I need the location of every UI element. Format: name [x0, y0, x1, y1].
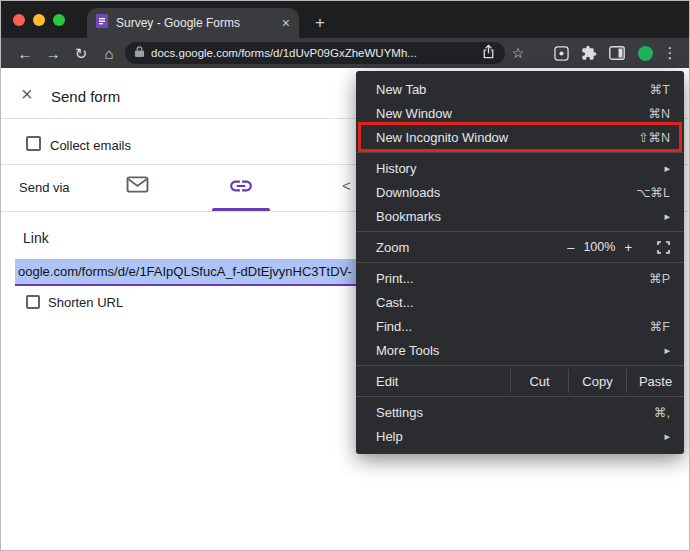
menu-item-new-tab[interactable]: New Tab ⌘T — [356, 77, 684, 101]
close-window-button[interactable] — [13, 14, 25, 26]
menu-separator — [356, 152, 684, 153]
lock-icon[interactable] — [134, 44, 145, 62]
menu-item-zoom: Zoom – 100% + — [356, 235, 684, 259]
home-icon[interactable]: ⌂ — [95, 46, 123, 61]
zoom-window-button[interactable] — [53, 14, 65, 26]
zoom-out-button[interactable]: – — [558, 240, 583, 255]
submenu-arrow-icon: ▸ — [664, 430, 670, 443]
submenu-arrow-icon: ▸ — [664, 344, 670, 357]
menu-separator — [356, 231, 684, 232]
edit-paste-button[interactable]: Paste — [626, 369, 684, 393]
fullscreen-icon[interactable] — [657, 241, 670, 254]
bookmark-star-icon[interactable]: ☆ — [505, 45, 531, 61]
shortcut: ⌘P — [649, 271, 670, 286]
share-icon[interactable] — [481, 44, 496, 63]
address-bar[interactable]: docs.google.com/forms/d/1dUvP09GxZheWUYM… — [125, 42, 505, 64]
traffic-lights — [13, 14, 65, 26]
reload-icon[interactable]: ↻ — [67, 46, 95, 61]
shortcut: ⌥⌘L — [636, 185, 670, 200]
shorten-url-checkbox[interactable] — [26, 295, 40, 309]
shortcut: ⌘N — [648, 106, 670, 121]
edit-cut-button[interactable]: Cut — [510, 369, 568, 393]
menu-item-new-incognito-window[interactable]: New Incognito Window ⇧⌘N — [356, 125, 684, 149]
back-icon[interactable]: ← — [11, 46, 39, 61]
menu-separator — [356, 262, 684, 263]
grammarly-extension-icon[interactable] — [631, 46, 659, 61]
side-panel-icon[interactable] — [603, 46, 631, 60]
collect-emails-label: Collect emails — [50, 138, 131, 153]
menu-separator — [356, 396, 684, 397]
titlebar: Survey - Google Forms × + — [1, 1, 689, 38]
link-section-label: Link — [23, 230, 49, 246]
menu-item-find[interactable]: Find... ⌘F — [356, 314, 684, 338]
send-via-email-tab[interactable] — [126, 175, 149, 198]
send-via-label: Send via — [19, 180, 70, 195]
submenu-arrow-icon: ▸ — [664, 162, 670, 175]
new-tab-button[interactable]: + — [305, 8, 335, 38]
submenu-arrow-icon: ▸ — [664, 210, 670, 223]
browser-tab[interactable]: Survey - Google Forms × — [87, 8, 299, 38]
tab-close-icon[interactable]: × — [282, 16, 290, 30]
shortcut: ⌘, — [654, 405, 670, 420]
send-via-embed-tab[interactable]: < — [342, 177, 351, 194]
menu-item-more-tools[interactable]: More Tools ▸ — [356, 338, 684, 362]
forms-favicon-icon — [96, 14, 108, 32]
browser-toolbar: ← → ↻ ⌂ docs.google.com/forms/d/1dUvP09G… — [1, 38, 689, 68]
menu-item-edit: Edit Cut Copy Paste — [356, 369, 684, 393]
tab-title: Survey - Google Forms — [116, 16, 274, 30]
zoom-level: 100% — [583, 240, 615, 254]
shortcut: ⌘F — [650, 319, 670, 334]
chrome-menu: New Tab ⌘T New Window ⌘N New Incognito W… — [356, 71, 684, 454]
menu-item-new-window[interactable]: New Window ⌘N — [356, 101, 684, 125]
menu-item-help[interactable]: Help ▸ — [356, 424, 684, 448]
menu-item-bookmarks[interactable]: Bookmarks ▸ — [356, 204, 684, 228]
menu-item-history[interactable]: History ▸ — [356, 156, 684, 180]
url-text: docs.google.com/forms/d/1dUvP09GxZheWUYM… — [151, 47, 481, 59]
dialog-close-icon[interactable]: × — [21, 84, 33, 104]
menu-item-settings[interactable]: Settings ⌘, — [356, 400, 684, 424]
minimize-window-button[interactable] — [33, 14, 45, 26]
form-link-selected-text: oogle.com/forms/d/e/1FAIpQLSfucA_f-dDtEj… — [18, 264, 352, 279]
menu-item-cast[interactable]: Cast... — [356, 290, 684, 314]
edit-copy-button[interactable]: Copy — [568, 369, 626, 393]
menu-item-downloads[interactable]: Downloads ⌥⌘L — [356, 180, 684, 204]
zoom-in-button[interactable]: + — [615, 240, 641, 255]
extensions-puzzle-icon[interactable] — [575, 45, 603, 61]
menu-separator — [356, 365, 684, 366]
extension-square-icon[interactable] — [547, 46, 575, 61]
collect-emails-checkbox[interactable] — [26, 136, 41, 151]
menu-kebab-icon[interactable]: ⋮ — [659, 44, 681, 62]
shortcut: ⌘T — [650, 82, 670, 97]
shortcut: ⇧⌘N — [638, 130, 670, 145]
forward-icon[interactable]: → — [39, 46, 67, 61]
browser-window: Survey - Google Forms × + ← → ↻ ⌂ docs.g… — [0, 0, 690, 551]
menu-item-print[interactable]: Print... ⌘P — [356, 266, 684, 290]
dialog-title: Send form — [51, 88, 120, 105]
send-via-link-tab[interactable] — [228, 173, 254, 203]
shorten-url-label: Shorten URL — [48, 295, 123, 310]
